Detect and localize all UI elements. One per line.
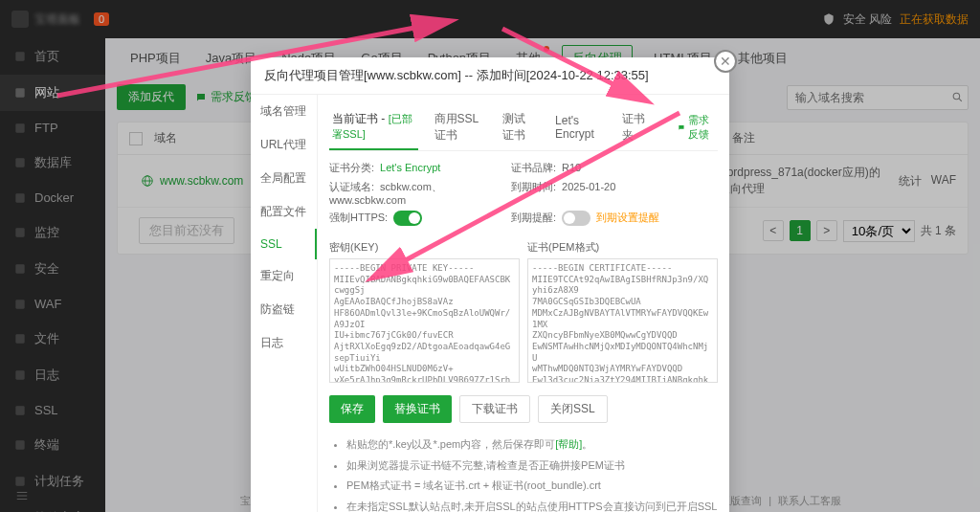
cert-category-value[interactable]: Let's Encrypt	[380, 162, 440, 173]
key-textarea[interactable]	[329, 258, 520, 383]
cert-textareas: 密钥(KEY) 证书(PEM格式)	[329, 240, 718, 386]
cert-label: 证书(PEM格式)	[527, 240, 718, 255]
mtab-letsencrypt[interactable]: Let's Encrypt	[552, 107, 606, 147]
modal-side-item-5[interactable]: 重定向	[251, 259, 317, 293]
modal-side-item-2[interactable]: 全局配置	[251, 162, 317, 195]
key-label: 密钥(KEY)	[329, 240, 520, 255]
close-ssl-button[interactable]: 关闭SSL	[538, 395, 608, 423]
replace-cert-button[interactable]: 替换证书	[383, 395, 452, 423]
modal-overlay: ✕ 反向代理项目管理[www.scbkw.com] -- 添加时间[2024-1…	[0, 0, 980, 512]
save-button[interactable]: 保存	[329, 395, 375, 423]
mtab-cert-folder[interactable]: 证书夹	[619, 104, 650, 150]
force-https-label: 强制HTTPS:	[329, 211, 388, 223]
reminder-toggle[interactable]	[562, 211, 590, 226]
modal-title: 反向代理项目管理[www.scbkw.com] -- 添加时间[2024-10-…	[251, 57, 729, 95]
modal-side-item-6[interactable]: 防盗链	[251, 293, 317, 326]
help-link[interactable]: [帮助]	[555, 438, 582, 450]
modal-side-item-7[interactable]: 日志	[251, 326, 317, 360]
force-https-toggle[interactable]	[393, 211, 422, 226]
mtab-current-cert[interactable]: 当前证书 - [已部署SSL]	[329, 104, 418, 150]
modal-feedback-link[interactable]: 需求反馈	[678, 113, 718, 142]
modal-side-item-0[interactable]: 域名管理	[251, 95, 317, 128]
cert-brand-label: 证书品牌:	[511, 162, 556, 173]
cert-domain-label: 认证域名:	[329, 181, 374, 192]
modal-tabs: 当前证书 - [已部署SSL] 商用SSL证书 测试证书 Let's Encry…	[329, 104, 718, 151]
modal: ✕ 反向代理项目管理[www.scbkw.com] -- 添加时间[2024-1…	[251, 57, 729, 512]
modal-note-3: 在未指定SSL默认站点时,未开启SSL的站点使用HTTPS会直接访问到已开启SS…	[346, 499, 718, 512]
cert-textarea[interactable]	[527, 258, 718, 383]
mtab-commercial[interactable]: 商用SSL证书	[432, 104, 487, 150]
modal-close-button[interactable]: ✕	[714, 50, 737, 73]
download-cert-button[interactable]: 下载证书	[459, 395, 530, 423]
modal-side-item-3[interactable]: 配置文件	[251, 195, 317, 229]
modal-buttons: 保存 替换证书 下载证书 关闭SSL	[329, 395, 718, 423]
chat-icon	[678, 122, 685, 133]
cert-category-label: 证书分类:	[329, 162, 374, 173]
mtab-test-cert[interactable]: 测试证书	[500, 104, 539, 150]
modal-note-2: PEM格式证书 = 域名证书.crt + 根证书(root_bundle).cr…	[346, 478, 718, 495]
modal-notes: 粘贴您的*.key以及*.pem内容，然后保存即可[帮助]。如果浏览器提示证书链…	[329, 423, 718, 512]
cert-brand-value: R10	[562, 162, 581, 173]
cert-expire-value: 2025-01-20	[562, 181, 615, 192]
reminder-label: 到期提醒:	[511, 211, 556, 223]
modal-main: 当前证书 - [已部署SSL] 商用SSL证书 测试证书 Let's Encry…	[318, 95, 729, 512]
modal-side-item-1[interactable]: URL代理	[251, 128, 317, 162]
modal-side-nav: 域名管理URL代理全局配置配置文件SSL重定向防盗链日志	[251, 95, 318, 512]
reminder-link[interactable]: 到期设置提醒	[596, 211, 659, 223]
cert-expire-label: 到期时间:	[511, 181, 556, 192]
modal-side-item-4[interactable]: SSL	[251, 229, 317, 259]
cert-info: 证书分类:Let's Encrypt 证书品牌:R10 认证域名:scbkw.c…	[329, 151, 718, 240]
modal-note-1: 如果浏览器提示证书链不完整,请检查是否正确拼接PEM证书	[346, 457, 718, 475]
modal-note-0: 粘贴您的*.key以及*.pem内容，然后保存即可[帮助]。	[346, 436, 718, 454]
